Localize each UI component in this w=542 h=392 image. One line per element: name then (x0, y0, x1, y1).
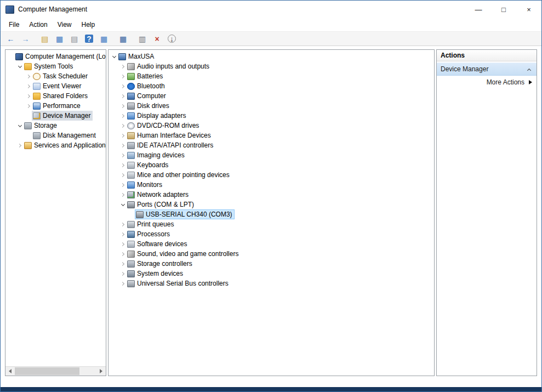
menu-file[interactable]: File (4, 19, 24, 30)
expander-collapsed-icon[interactable] (119, 260, 126, 267)
show-console-tree-icon: ▤ (41, 35, 48, 43)
device-item-maxusa[interactable]: MaxUSA (109, 52, 434, 61)
more-actions-item[interactable]: More Actions (437, 76, 537, 89)
menu-help[interactable]: Help (77, 19, 100, 30)
toolbar: ←→▤▦▤?▦▦▥×↓ (1, 31, 541, 46)
expander-collapsed-icon[interactable] (119, 132, 126, 139)
scrollbar-thumb[interactable] (15, 367, 79, 375)
console-item-shared-folders[interactable]: Shared Folders (5, 91, 106, 101)
expander-collapsed-icon[interactable] (119, 172, 126, 178)
expander-collapsed-icon[interactable] (16, 142, 23, 149)
expander-collapsed-icon[interactable] (119, 83, 126, 89)
device-item-mice-and-other-pointing-devices[interactable]: Mice and other pointing devices (109, 170, 434, 180)
expander-collapsed-icon[interactable] (119, 93, 126, 99)
device-item-universal-serial-bus-controllers[interactable]: Universal Serial Bus controllers (109, 279, 434, 288)
expander-collapsed-icon[interactable] (119, 142, 126, 149)
device-item-storage-controllers[interactable]: Storage controllers (109, 259, 434, 269)
show-console-tree-button[interactable]: ▤ (38, 32, 52, 45)
device-item-imaging-devices[interactable]: Imaging devices (109, 150, 434, 160)
device-item-system-devices[interactable]: System devices (109, 269, 434, 279)
expander-collapsed-icon[interactable] (119, 162, 126, 168)
expander-expanded-icon[interactable] (16, 63, 23, 70)
device-item-sound-video-and-game-controllers[interactable]: Sound, video and game controllers (109, 249, 434, 259)
expander-collapsed-icon[interactable] (119, 63, 126, 70)
expander-collapsed-icon[interactable] (119, 112, 126, 119)
device-item-usb-serial-ch340-com3[interactable]: USB-SERIAL CH340 (COM3) (109, 209, 434, 219)
expander-collapsed-icon[interactable] (119, 241, 126, 247)
expander-spacer (25, 112, 32, 119)
disable-device-icon: ↓ (168, 35, 176, 43)
collapse-section-icon[interactable] (527, 69, 531, 72)
device-item-disk-drives[interactable]: Disk drives (109, 101, 434, 111)
computer-management-icon (15, 53, 23, 60)
device-item-batteries[interactable]: Batteries (109, 71, 434, 81)
console-item-system-tools[interactable]: System Tools (5, 61, 106, 71)
expander-collapsed-icon[interactable] (119, 152, 126, 158)
help-button[interactable]: ? (82, 32, 96, 45)
tree-item-label: System Tools (32, 63, 73, 70)
shared-folders-icon (33, 93, 41, 100)
back-button[interactable]: ← (4, 32, 18, 45)
expander-collapsed-icon[interactable] (119, 221, 126, 228)
console-window-button[interactable]: ▦ (53, 32, 66, 45)
scan-hardware-changes-button[interactable]: ▥ (135, 32, 149, 45)
tree-item-label: Keyboards (135, 161, 168, 169)
scrollbar-track[interactable] (15, 367, 96, 376)
expander-collapsed-icon[interactable] (119, 270, 126, 277)
forward-button[interactable]: → (19, 32, 32, 45)
console-item-performance[interactable]: Performance (5, 101, 106, 111)
expander-collapsed-icon[interactable] (119, 251, 126, 257)
scroll-right-button[interactable] (96, 367, 106, 376)
menu-action[interactable]: Action (24, 19, 52, 30)
console-item-device-manager[interactable]: Device Manager (5, 111, 106, 121)
remote-monitor-button[interactable]: ▦ (116, 32, 130, 45)
export-list-button[interactable]: ▤ (67, 32, 81, 45)
minimize-button[interactable]: — (466, 1, 491, 18)
disable-device-button[interactable]: ↓ (165, 32, 179, 45)
menu-view[interactable]: View (53, 19, 77, 30)
device-item-software-devices[interactable]: Software devices (109, 239, 434, 249)
device-item-human-interface-devices[interactable]: Human Interface Devices (109, 130, 434, 140)
expander-collapsed-icon[interactable] (119, 191, 126, 198)
expander-collapsed-icon[interactable] (119, 103, 126, 109)
expander-collapsed-icon[interactable] (25, 103, 32, 109)
console-item-computer-management-local[interactable]: Computer Management (Local) (5, 52, 106, 61)
device-item-monitors[interactable]: Monitors (109, 180, 434, 190)
device-item-bluetooth[interactable]: Bluetooth (109, 81, 434, 91)
device-item-dvd-cd-rom-drives[interactable]: DVD/CD-ROM drives (109, 121, 434, 130)
expander-collapsed-icon[interactable] (119, 73, 126, 79)
horizontal-scrollbar[interactable] (5, 366, 106, 376)
expander-collapsed-icon[interactable] (25, 93, 32, 99)
console-item-services-and-applications[interactable]: Services and Applications (5, 140, 106, 150)
device-item-keyboards[interactable]: Keyboards (109, 160, 434, 170)
expander-collapsed-icon[interactable] (119, 122, 126, 129)
device-item-network-adapters[interactable]: Network adapters (109, 190, 434, 200)
mouse-icon (127, 172, 135, 179)
actions-header: Actions (437, 50, 537, 61)
expander-collapsed-icon[interactable] (119, 231, 126, 237)
console-item-task-scheduler[interactable]: Task Scheduler (5, 71, 106, 81)
expander-collapsed-icon[interactable] (25, 73, 32, 79)
expander-collapsed-icon[interactable] (25, 83, 32, 89)
expander-collapsed-icon[interactable] (119, 280, 126, 287)
expander-collapsed-icon[interactable] (119, 181, 126, 188)
device-item-processors[interactable]: Processors (109, 229, 434, 239)
console-item-disk-management[interactable]: Disk Management (5, 130, 106, 140)
scroll-left-button[interactable] (5, 367, 15, 376)
device-item-computer[interactable]: Computer (109, 91, 434, 101)
expander-expanded-icon[interactable] (111, 53, 117, 60)
expander-expanded-icon[interactable] (16, 122, 23, 129)
close-button[interactable]: × (516, 1, 541, 18)
window-list-button[interactable]: ▦ (97, 32, 111, 45)
uninstall-device-button[interactable]: × (150, 32, 164, 45)
maximize-button[interactable]: □ (491, 1, 516, 18)
device-item-display-adapters[interactable]: Display adapters (109, 111, 434, 121)
expander-expanded-icon[interactable] (119, 201, 126, 208)
device-item-print-queues[interactable]: Print queues (109, 219, 434, 229)
actions-section-device-manager[interactable]: Device Manager (437, 63, 537, 76)
device-item-audio-inputs-and-outputs[interactable]: Audio inputs and outputs (109, 61, 434, 71)
console-item-storage[interactable]: Storage (5, 121, 106, 130)
console-item-event-viewer[interactable]: Event Viewer (5, 81, 106, 91)
device-item-ide-ata-atapi-controllers[interactable]: IDE ATA/ATAPI controllers (109, 140, 434, 150)
device-item-ports-com-lpt[interactable]: Ports (COM & LPT) (109, 200, 434, 209)
